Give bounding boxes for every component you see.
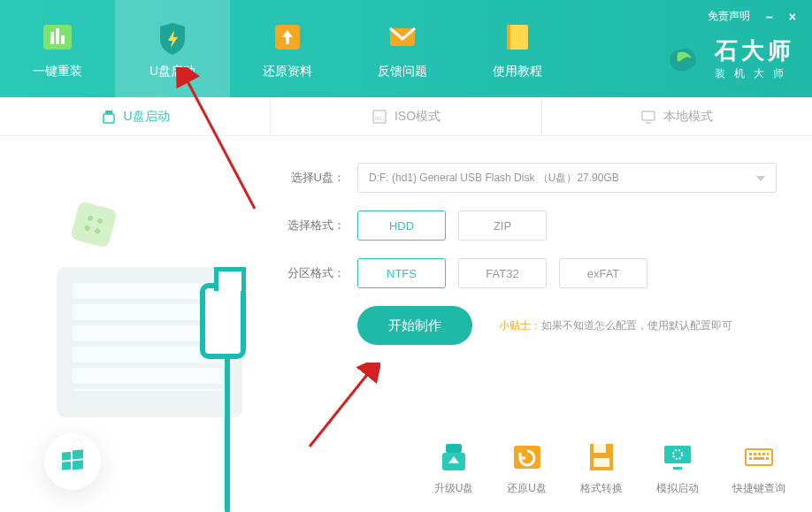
book-icon (498, 18, 537, 57)
svg-rect-31 (762, 453, 765, 455)
nav-restore[interactable]: 还原资料 (230, 0, 345, 97)
tip-label: 小贴士： (499, 319, 541, 332)
tool-restore-usb[interactable]: 还原U盘 (507, 440, 547, 496)
nav-label: U盘启动 (149, 64, 195, 80)
close-button[interactable]: × (789, 10, 796, 24)
nav-reinstall[interactable]: 一键重装 (0, 0, 115, 97)
svg-rect-7 (507, 25, 510, 50)
start-button[interactable]: 开始制作 (357, 306, 472, 345)
nav-tutorial[interactable]: 使用教程 (460, 0, 575, 97)
svg-rect-32 (767, 453, 769, 455)
header: 免责声明 – × 一键重装 U盘启动 还原资料 反馈问题 (0, 0, 812, 97)
tool-label: 格式转换 (580, 481, 623, 496)
minimize-button[interactable]: – (766, 10, 773, 24)
svg-rect-16 (62, 462, 71, 470)
svg-rect-18 (446, 444, 462, 453)
brand-sub: 装机大师 (715, 66, 794, 81)
nav-usb-boot[interactable]: U盘启动 (115, 0, 230, 97)
brand-text: 石大师 装机大师 (715, 35, 794, 81)
svg-rect-12 (642, 111, 655, 120)
window-controls: 免责声明 – × (708, 9, 796, 24)
shield-bolt-icon (153, 18, 192, 57)
svg-rect-35 (766, 457, 769, 460)
tool-hotkey-query[interactable]: 快捷键查询 (732, 440, 785, 496)
mode-tabs: U盘启动 ISO ISO模式 本地模式 (0, 97, 812, 136)
envelope-icon (383, 18, 422, 57)
nav-feedback[interactable]: 反馈问题 (345, 0, 460, 97)
windows-icon (60, 449, 85, 474)
svg-rect-17 (73, 460, 83, 470)
disk-select[interactable]: D:F: (hd1) General USB Flash Disk （U盘）27… (357, 163, 777, 193)
usb-up-icon (437, 440, 471, 474)
partfs-label: 分区格式： (283, 265, 345, 281)
tab-label: ISO模式 (395, 109, 440, 125)
tool-label: 快捷键查询 (732, 481, 785, 496)
tab-iso[interactable]: ISO ISO模式 (271, 97, 541, 135)
tip: 小贴士：如果不知道怎么配置，使用默认配置即可 (499, 318, 732, 333)
bar-chart-icon (38, 18, 77, 57)
svg-rect-3 (61, 35, 65, 44)
tool-format-convert[interactable]: 格式转换 (580, 440, 623, 496)
disk-value: D:F: (hd1) General USB Flash Disk （U盘）27… (369, 171, 619, 186)
iso-icon: ISO (372, 109, 387, 125)
svg-rect-30 (758, 453, 761, 455)
svg-rect-15 (73, 449, 83, 459)
footer-tools: 升级U盘 还原U盘 格式转换 模拟启动 快捷键查询 (434, 440, 785, 496)
svg-rect-14 (62, 452, 71, 461)
partfs-fat32[interactable]: FAT32 (458, 258, 547, 288)
brand-name: 石大师 (715, 35, 794, 66)
nav-label: 使用教程 (493, 64, 542, 80)
disk-label: 选择U盘： (283, 170, 345, 186)
nav-label: 反馈问题 (378, 64, 427, 80)
upload-box-icon (268, 18, 307, 57)
svg-rect-9 (103, 114, 114, 123)
brand-logo-icon (662, 37, 704, 80)
partfs-exfat[interactable]: exFAT (559, 258, 647, 288)
tip-text: 如果不知道怎么配置，使用默认配置即可 (541, 319, 732, 332)
nav-label: 一键重装 (33, 64, 82, 80)
disclaimer-link[interactable]: 免责声明 (708, 9, 750, 24)
svg-rect-23 (594, 458, 609, 467)
tool-upgrade-usb[interactable]: 升级U盘 (434, 440, 474, 496)
svg-rect-33 (749, 457, 752, 460)
tab-label: U盘启动 (124, 109, 170, 125)
illustration (0, 136, 274, 512)
partfs-ntfs[interactable]: NTFS (357, 258, 446, 288)
tool-label: 升级U盘 (434, 481, 474, 496)
format-zip[interactable]: ZIP (458, 210, 547, 241)
floppy-icon (585, 440, 618, 474)
svg-rect-24 (664, 446, 691, 463)
tab-usb-boot[interactable]: U盘启动 (0, 97, 271, 135)
svg-text:ISO: ISO (375, 116, 385, 121)
restore-icon (510, 440, 544, 474)
svg-rect-34 (754, 457, 764, 460)
svg-rect-22 (594, 444, 606, 453)
tool-label: 还原U盘 (507, 481, 547, 496)
keyboard-icon (742, 440, 776, 474)
monitor-icon (640, 109, 656, 125)
svg-rect-1 (50, 32, 54, 44)
format-label: 选择格式： (283, 218, 345, 233)
tab-local[interactable]: 本地模式 (542, 97, 812, 135)
tab-label: 本地模式 (663, 109, 713, 125)
monitor-play-icon (661, 440, 694, 474)
usb-icon (101, 109, 117, 125)
nav-bar: 一键重装 U盘启动 还原资料 反馈问题 使用教程 (0, 0, 575, 97)
format-hdd[interactable]: HDD (357, 210, 446, 241)
brand: 石大师 装机大师 (662, 35, 794, 81)
svg-rect-28 (749, 453, 752, 455)
nav-label: 还原资料 (263, 64, 312, 80)
tool-label: 模拟启动 (656, 481, 699, 496)
svg-rect-2 (56, 28, 59, 44)
tool-sim-boot[interactable]: 模拟启动 (656, 440, 699, 496)
svg-rect-29 (754, 453, 756, 455)
svg-rect-26 (673, 467, 682, 470)
